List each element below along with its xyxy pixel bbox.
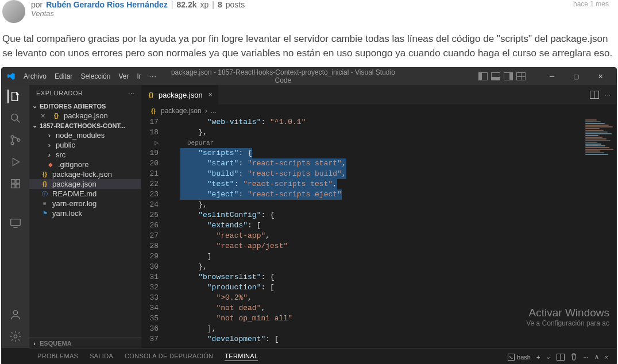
code-line[interactable]: "eject": "react-scripts eject" xyxy=(167,189,616,200)
code-line[interactable]: }, xyxy=(167,127,616,138)
debug-run-icon[interactable]: ▷ xyxy=(154,138,159,148)
close-panel-icon[interactable]: × xyxy=(605,354,608,361)
panel-tab-consola-de-depuración[interactable]: CONSOLA DE DEPURACIÓN xyxy=(125,353,213,361)
menu-more[interactable]: ··· xyxy=(149,72,157,80)
file-tree-item[interactable]: ›public xyxy=(29,140,141,150)
menu-editar[interactable]: Editar xyxy=(55,72,72,80)
explorer-more-icon[interactable]: ··· xyxy=(128,90,134,96)
xp-value: 82.2k xyxy=(176,0,196,9)
search-icon[interactable] xyxy=(9,111,22,125)
minimap-line xyxy=(585,131,608,133)
panel-tab-terminal[interactable]: TERMINAL xyxy=(225,353,258,361)
editor-tab[interactable]: {} package.json × xyxy=(141,85,219,104)
chevron-right-icon: › xyxy=(32,340,37,347)
layout-bottom-icon[interactable] xyxy=(491,72,500,80)
code-line[interactable]: "eslintConfig": { xyxy=(167,210,616,220)
minimize-button[interactable]: ─ xyxy=(540,68,563,84)
split-editor-icon[interactable] xyxy=(590,91,599,99)
file-tree-item[interactable]: ›src xyxy=(29,150,141,160)
file-name: package-lock.json xyxy=(52,170,112,179)
code-line[interactable]: ">0.2%", xyxy=(167,293,616,303)
file-tree-item[interactable]: {}package.json xyxy=(29,179,141,189)
maximize-panel-icon[interactable]: ∧ xyxy=(594,353,599,361)
code-line[interactable]: "extends": [ xyxy=(167,220,616,231)
debug-codelens[interactable]: Depurar xyxy=(187,140,214,146)
code-line[interactable]: "start": "react-scripts start", xyxy=(167,158,616,169)
yarn-file-icon: ⚑ xyxy=(41,210,49,218)
remote-icon[interactable] xyxy=(9,216,22,230)
minimap-line xyxy=(585,145,605,146)
avatar[interactable] xyxy=(2,0,25,23)
code-line[interactable]: ] xyxy=(167,251,616,262)
author-role: Ventas xyxy=(31,9,245,18)
terminal-dropdown-icon[interactable]: ⌄ xyxy=(546,353,551,361)
line-number: 21 xyxy=(141,169,159,179)
more-actions-icon[interactable]: ··· xyxy=(605,91,611,99)
panel-tab-problemas[interactable]: PROBLEMAS xyxy=(37,353,78,361)
vscode-window: ArchivoEditarSelecciónVerIr··· package.j… xyxy=(1,67,617,364)
editor-area: {} package.json × ··· {} package.json › … xyxy=(141,85,616,348)
outline-section[interactable]: › ESQUEMA xyxy=(29,337,141,348)
source-control-icon[interactable] xyxy=(9,133,22,147)
minimap-line xyxy=(585,128,600,129)
code-line[interactable]: "scripts": { xyxy=(167,148,616,158)
layout-grid-icon[interactable] xyxy=(516,72,526,80)
info-file-icon: ⓘ xyxy=(41,190,49,198)
file-tree-item[interactable]: ⚑yarn.lock xyxy=(29,208,141,218)
menu-archivo[interactable]: Archivo xyxy=(24,72,47,80)
minimap-line xyxy=(585,135,598,136)
file-tree-item[interactable]: {}package-lock.json xyxy=(29,169,141,179)
split-terminal-icon[interactable] xyxy=(557,354,565,361)
text-file-icon: ≡ xyxy=(41,200,49,208)
code-line[interactable]: "web-vitals": "^1.0.1" xyxy=(167,117,616,127)
kill-terminal-icon[interactable] xyxy=(570,353,577,361)
code-line[interactable]: "production": [ xyxy=(167,282,616,293)
menu-ver[interactable]: Ver xyxy=(118,72,129,80)
code-line[interactable]: "react-app", xyxy=(167,231,616,241)
code-line[interactable]: "browserslist": { xyxy=(167,272,616,282)
author-link[interactable]: Rubén Gerardo Rios Hernández xyxy=(46,0,168,9)
extensions-icon[interactable] xyxy=(9,177,22,191)
terminal-shell-icon[interactable]: bash xyxy=(508,354,531,361)
file-name: README.md xyxy=(52,189,96,198)
layout-right-icon[interactable] xyxy=(504,72,513,80)
file-tree-item[interactable]: ›node_modules xyxy=(29,130,141,140)
line-number: 27 xyxy=(141,231,159,241)
settings-gear-icon[interactable] xyxy=(9,330,22,343)
open-editor-item[interactable]: × {} package.json xyxy=(29,111,141,121)
svg-point-2 xyxy=(11,142,14,145)
menu-selección[interactable]: Selección xyxy=(80,72,110,80)
breadcrumb-file: package.json xyxy=(161,107,202,115)
breadcrumb[interactable]: {} package.json › ... xyxy=(141,104,616,117)
file-tree-item[interactable]: ◆.gitignore xyxy=(29,160,141,169)
new-terminal-icon[interactable]: + xyxy=(536,354,540,361)
code-line[interactable]: }, xyxy=(167,200,616,210)
layout-left-icon[interactable] xyxy=(478,72,488,80)
file-tree-item[interactable]: ≡yarn-error.log xyxy=(29,199,141,208)
code-line[interactable]: "development": [ xyxy=(167,334,616,344)
line-number: 18 xyxy=(141,127,159,138)
breadcrumb-rest: ... xyxy=(211,107,217,115)
close-icon[interactable]: × xyxy=(41,111,49,120)
activity-bar xyxy=(2,85,29,348)
code-line[interactable]: "build": "react-scripts build", xyxy=(167,169,616,179)
maximize-button[interactable]: ▢ xyxy=(565,68,588,84)
chevron-right-icon: › xyxy=(47,150,52,159)
close-window-button[interactable]: ✕ xyxy=(589,68,612,84)
run-debug-icon[interactable] xyxy=(9,155,22,169)
minimap-line xyxy=(585,152,604,153)
panel-tab-salida[interactable]: SALIDA xyxy=(90,353,113,361)
code-line[interactable]: "test": "react-scripts test", xyxy=(167,179,616,189)
code-line[interactable]: "react-app/jest" xyxy=(167,241,616,251)
close-tab-icon[interactable]: × xyxy=(208,91,213,99)
open-editors-section[interactable]: ⌄ EDITORES ABIERTOS xyxy=(29,101,141,111)
panel-more-icon[interactable]: ··· xyxy=(583,354,588,361)
code-line[interactable]: }, xyxy=(167,262,616,272)
explorer-icon[interactable] xyxy=(7,90,22,103)
menu-ir[interactable]: Ir xyxy=(137,72,141,80)
project-section[interactable]: ⌄ 1857-REACTHOOKS-CONT... xyxy=(29,121,141,130)
file-name: public xyxy=(56,141,75,149)
file-name: package.json xyxy=(52,180,96,188)
file-tree-item[interactable]: ⓘREADME.md xyxy=(29,189,141,199)
accounts-icon[interactable] xyxy=(9,308,22,322)
